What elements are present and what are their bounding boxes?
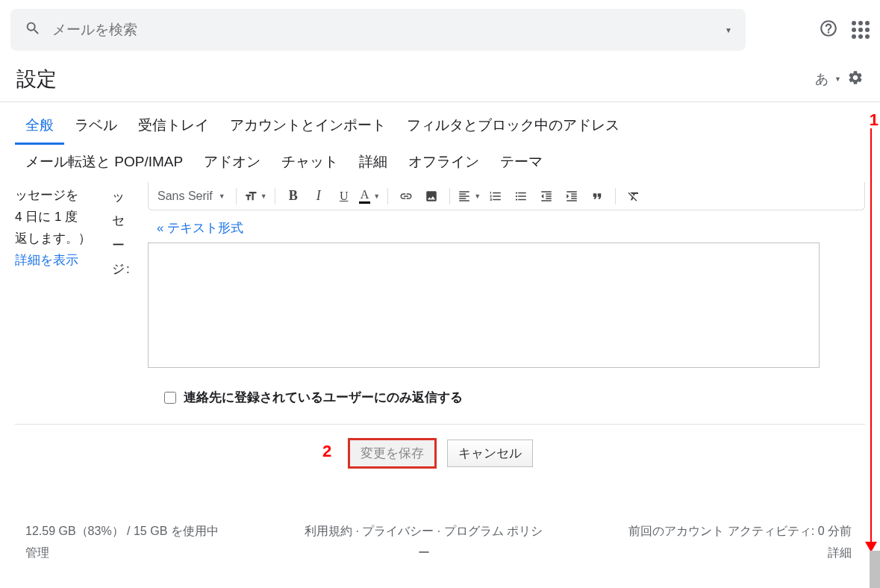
chevron-down-icon: ▼ xyxy=(219,193,225,200)
annotation-1: 1 xyxy=(870,110,879,130)
separator xyxy=(449,188,450,204)
page-title: 設定 xyxy=(16,66,57,93)
italic-button[interactable]: I xyxy=(308,186,329,207)
gear-icon[interactable] xyxy=(847,69,864,90)
details-link[interactable]: 詳細 xyxy=(828,546,852,559)
separator xyxy=(387,188,388,204)
underline-button[interactable]: U xyxy=(334,186,355,207)
tab-general[interactable]: 全般 xyxy=(15,108,64,145)
cancel-button[interactable]: キャンセル xyxy=(447,440,533,467)
apps-icon[interactable] xyxy=(852,21,870,39)
bold-button[interactable]: B xyxy=(283,186,304,207)
align-button[interactable]: ▼ xyxy=(458,186,481,207)
image-button[interactable] xyxy=(421,186,442,207)
footer: 12.59 GB（83%） / 15 GB を使用中 管理 利用規約 · プライ… xyxy=(15,469,865,564)
title-row: 設定 あ ▼ xyxy=(0,60,880,101)
text-mode-link[interactable]: « テキスト形式 xyxy=(157,219,243,237)
setting-description: ッセージを 4 日に 1 度 返します。） 詳細を表示 xyxy=(15,182,112,272)
remove-format-button[interactable] xyxy=(623,186,644,207)
tab-filters[interactable]: フィルタとブロック中のアドレス xyxy=(396,108,630,145)
tab-offline[interactable]: オフライン xyxy=(398,145,490,179)
chevron-down-icon: ▼ xyxy=(260,193,267,200)
text-color-button[interactable]: A▼ xyxy=(359,186,380,207)
manage-storage-link[interactable]: 管理 xyxy=(25,546,49,559)
quote-button[interactable] xyxy=(587,186,608,207)
tab-accounts[interactable]: アカウントとインポート xyxy=(219,108,396,145)
tab-labels[interactable]: ラベル xyxy=(64,108,128,145)
action-buttons-row: 変更を保存 キャンセル xyxy=(15,424,865,469)
editor-column: Sans Serif ▼ ▼ B I U A▼ xyxy=(142,182,865,368)
separator xyxy=(236,188,237,204)
content-area: ッセージを 4 日に 1 度 返します。） 詳細を表示 ッ セ ー ジ: San… xyxy=(0,179,880,564)
contacts-only-checkbox[interactable] xyxy=(164,392,176,404)
annotation-arrow xyxy=(865,112,877,552)
storage-info: 12.59 GB（83%） / 15 GB を使用中 管理 xyxy=(25,521,219,564)
tab-addons[interactable]: アドオン xyxy=(193,145,271,179)
header-right xyxy=(819,19,870,41)
learn-more-link[interactable]: 詳細を表示 xyxy=(15,253,78,267)
annotation-2: 2 xyxy=(322,442,331,461)
desc-text: 返します。） xyxy=(15,231,91,245)
activity-info: 前回のアカウント アクティビティ: 0 分前 詳細 xyxy=(628,521,852,564)
search-options-dropdown-icon[interactable]: ▼ xyxy=(719,26,738,34)
indent-less-button[interactable] xyxy=(536,186,557,207)
message-label: ッ セ ー ジ: xyxy=(112,182,142,281)
input-method-label[interactable]: あ xyxy=(815,70,828,88)
separator xyxy=(275,188,275,204)
contacts-only-row: 連絡先に登録されているユーザーにのみ返信する xyxy=(164,389,865,406)
scrollbar-thumb[interactable] xyxy=(870,551,880,588)
desc-text: ッセージを xyxy=(15,188,78,202)
font-family-select[interactable]: Sans Serif ▼ xyxy=(155,190,228,203)
search-box[interactable]: ▼ xyxy=(10,9,746,51)
indent-more-button[interactable] xyxy=(561,186,582,207)
settings-tabs: 全般 ラベル 受信トレイ アカウントとインポート フィルタとブロック中のアドレス… xyxy=(0,102,880,179)
header-bar: ▼ xyxy=(0,0,880,60)
numbered-list-button[interactable] xyxy=(485,186,506,207)
help-icon[interactable] xyxy=(819,19,838,41)
title-right-controls: あ ▼ xyxy=(815,69,864,90)
chevron-down-icon[interactable]: ▼ xyxy=(834,75,841,83)
desc-text: 4 日に 1 度 xyxy=(15,210,78,224)
search-input[interactable] xyxy=(48,22,719,38)
link-button[interactable] xyxy=(396,186,416,207)
font-size-button[interactable]: ▼ xyxy=(244,186,267,207)
tab-chat[interactable]: チャット xyxy=(271,145,349,179)
search-icon xyxy=(18,20,48,40)
format-toolbar: Sans Serif ▼ ▼ B I U A▼ xyxy=(148,182,865,210)
tab-inbox[interactable]: 受信トレイ xyxy=(128,108,219,145)
separator xyxy=(615,188,616,204)
save-button[interactable]: 変更を保存 xyxy=(348,438,437,469)
tab-advanced[interactable]: 詳細 xyxy=(349,145,398,179)
tab-forwarding[interactable]: メール転送と POP/IMAP xyxy=(15,145,193,179)
footer-links[interactable]: 利用規約 · プライバシー · プログラム ポリシ ー xyxy=(305,521,543,564)
message-textarea[interactable] xyxy=(148,243,820,368)
tab-themes[interactable]: テーマ xyxy=(490,145,553,179)
contacts-only-label: 連絡先に登録されているユーザーにのみ返信する xyxy=(184,389,463,406)
bulleted-list-button[interactable] xyxy=(511,186,531,207)
